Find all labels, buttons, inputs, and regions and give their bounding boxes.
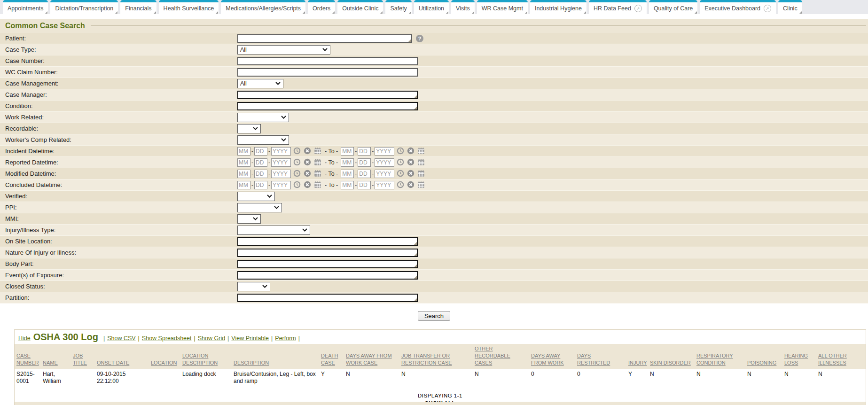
column-header[interactable]: ALL OTHER ILLNESSES — [816, 344, 866, 369]
month-input[interactable] — [237, 158, 250, 167]
resize-grip-icon[interactable] — [414, 107, 417, 109]
clock-icon[interactable] — [293, 170, 301, 178]
closed-status-select[interactable] — [237, 282, 270, 291]
column-header[interactable]: SKIN DISORDER — [648, 344, 695, 369]
clear-icon[interactable] — [407, 147, 415, 155]
calendar-icon[interactable] — [417, 158, 425, 166]
resize-grip-icon[interactable] — [414, 276, 417, 279]
clock-icon[interactable] — [397, 170, 405, 178]
ppi-select[interactable] — [237, 203, 282, 212]
month-input[interactable] — [341, 181, 354, 189]
column-header[interactable]: DESCRIPTION — [232, 344, 319, 369]
month-input[interactable] — [341, 158, 354, 167]
search-button[interactable]: Search — [418, 311, 450, 321]
clear-icon[interactable] — [304, 158, 312, 166]
year-input[interactable] — [271, 158, 291, 167]
column-header[interactable]: JOB TITLE — [71, 344, 95, 369]
column-header[interactable]: LOCATION DESCRIPTION — [180, 344, 232, 369]
clear-icon[interactable] — [304, 181, 312, 189]
year-input[interactable] — [271, 170, 291, 178]
body-part-input[interactable] — [237, 260, 418, 268]
tab-health-surveillance[interactable]: Health Surveillance — [159, 0, 219, 14]
column-header[interactable]: CASE NUMBER — [15, 344, 41, 369]
calendar-icon[interactable] — [417, 147, 425, 155]
day-input[interactable] — [254, 170, 267, 178]
view-printable-link[interactable]: View Printable — [231, 335, 269, 342]
clock-icon[interactable] — [293, 158, 301, 166]
column-header[interactable]: HEARING LOSS — [782, 344, 816, 369]
tab-safety[interactable]: Safety — [385, 0, 411, 14]
tab-quality-of-care[interactable]: Quality of Care — [649, 0, 697, 14]
month-input[interactable] — [341, 170, 354, 178]
year-input[interactable] — [375, 158, 394, 167]
tab-utilization[interactable]: Utilization — [414, 0, 449, 14]
day-input[interactable] — [358, 158, 371, 167]
day-input[interactable] — [358, 147, 371, 156]
case-management-select[interactable]: All — [237, 79, 283, 88]
clock-icon[interactable] — [293, 181, 301, 189]
tab-visits[interactable]: Visits — [451, 0, 475, 14]
year-input[interactable] — [375, 147, 394, 156]
column-header[interactable]: INJURY — [626, 344, 648, 369]
clear-icon[interactable] — [304, 170, 312, 178]
verified-select[interactable] — [237, 192, 275, 201]
tab-orders[interactable]: Orders — [308, 0, 335, 14]
clear-icon[interactable] — [407, 158, 415, 166]
table-row[interactable]: S2015-0001 Hart, William 09-10-2015 22:1… — [15, 369, 866, 387]
tab-clinic[interactable]: Clinic — [778, 0, 802, 14]
show-csv-link[interactable]: Show CSV — [107, 335, 135, 342]
perform-link[interactable]: Perform — [275, 335, 296, 342]
resize-grip-icon[interactable] — [414, 265, 417, 267]
resize-grip-icon[interactable] — [414, 95, 417, 98]
year-input[interactable] — [271, 181, 291, 189]
patient-input[interactable] — [237, 34, 412, 43]
tab-medications-allergies-scripts[interactable]: Medications/Allergies/Scripts — [221, 0, 305, 14]
tab-outside-clinic[interactable]: Outside Clinic — [337, 0, 383, 14]
day-input[interactable] — [254, 158, 267, 167]
events-of-exposure-input[interactable] — [237, 271, 418, 280]
day-input[interactable] — [358, 181, 371, 189]
tab-financials[interactable]: Financials — [120, 0, 156, 14]
clear-icon[interactable] — [304, 147, 312, 155]
column-header[interactable]: DAYS AWAY FROM WORK — [529, 344, 575, 369]
day-input[interactable] — [254, 147, 267, 156]
case-manager-input[interactable] — [237, 91, 418, 99]
hide-link[interactable]: Hide — [18, 335, 31, 342]
day-input[interactable] — [358, 170, 371, 178]
year-input[interactable] — [271, 147, 291, 156]
work-related-select[interactable] — [237, 113, 289, 122]
month-input[interactable] — [237, 181, 250, 189]
column-header[interactable]: DEATH CASE — [319, 344, 344, 369]
calendar-icon[interactable] — [314, 147, 322, 155]
tab-executive-dashboard[interactable]: Executive Dashboard↗ — [700, 0, 776, 14]
resize-grip-icon[interactable] — [414, 253, 417, 256]
column-header[interactable]: DAYS RESTRICTED — [575, 344, 626, 369]
month-input[interactable] — [237, 147, 250, 156]
month-input[interactable] — [237, 170, 250, 178]
column-header[interactable]: JOB TRANSFER OR RESTRICTION CASE — [399, 344, 473, 369]
clock-icon[interactable] — [397, 181, 405, 189]
calendar-icon[interactable] — [417, 170, 425, 178]
external-link-icon[interactable]: ↗ — [764, 5, 771, 12]
show-spreadsheet-link[interactable]: Show Spreadsheet — [142, 335, 192, 342]
clear-icon[interactable] — [407, 170, 415, 178]
case-type-select[interactable]: All — [237, 45, 330, 55]
calendar-icon[interactable] — [314, 158, 322, 166]
resize-grip-icon[interactable] — [414, 298, 417, 301]
case-number-input[interactable] — [237, 57, 418, 65]
calendar-icon[interactable] — [314, 170, 322, 178]
external-link-icon[interactable]: ↗ — [634, 5, 642, 12]
column-header[interactable]: NAME — [41, 344, 71, 369]
column-header[interactable]: LOCATION — [149, 344, 180, 369]
show-grid-link[interactable]: Show Grid — [198, 335, 225, 342]
wc-claim-number-input[interactable] — [237, 68, 418, 77]
column-header[interactable]: ONSET DATE — [95, 344, 149, 369]
recordable-select[interactable] — [237, 124, 261, 133]
resize-grip-icon[interactable] — [414, 242, 417, 245]
column-header[interactable]: OTHER RECORDABLE CASES — [473, 344, 529, 369]
calendar-icon[interactable] — [417, 181, 425, 189]
year-input[interactable] — [375, 181, 394, 189]
tab-dictation-transcription[interactable]: Dictation/Transcription — [50, 0, 118, 14]
day-input[interactable] — [254, 181, 267, 189]
tab-appointments[interactable]: Appointments — [3, 0, 48, 14]
